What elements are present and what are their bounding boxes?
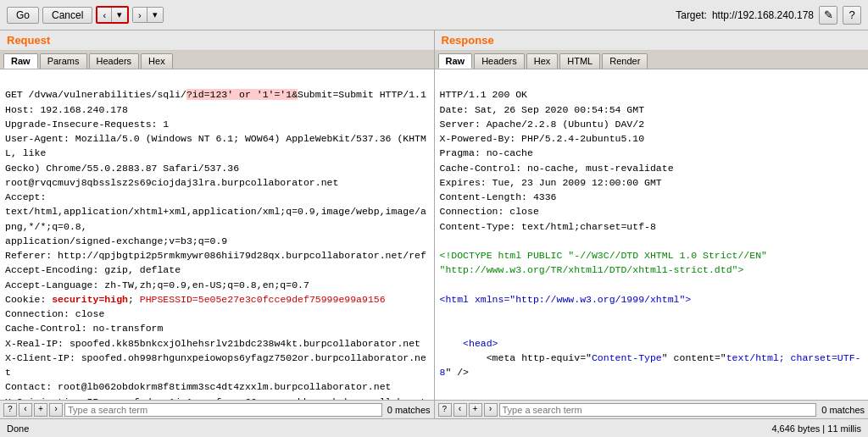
- request-line-signed: application/signed-exchange;v=b3;q=0.9: [5, 235, 227, 246]
- right-match-count: 0 matches: [818, 405, 865, 415]
- response-pragma: Pragma: no-cache: [440, 147, 533, 158]
- status-size: 4,646 bytes | 11 millis: [771, 423, 861, 434]
- response-connection: Connection: close: [440, 206, 539, 217]
- response-expires: Expires: Tue, 23 Jun 2009 12:00:00 GMT: [440, 177, 662, 188]
- toolbar: Go Cancel ‹ ▾ › ▾ Target: http://192.168…: [0, 0, 868, 30]
- response-status: HTTP/1.1 200 OK: [440, 89, 528, 100]
- left-back-button[interactable]: ‹: [19, 403, 32, 417]
- request-line-cache: Cache-Control: no-transform: [5, 323, 163, 334]
- tab-request-params[interactable]: Params: [40, 53, 87, 69]
- right-forward-button[interactable]: ›: [484, 403, 498, 417]
- cancel-button[interactable]: Cancel: [42, 7, 92, 24]
- request-line-gecko: Gecko) Chrome/55.0.2883.87 Safari/537.36: [5, 163, 239, 174]
- request-line-referer: Referer: http://qpjbgtpi2p5rmkmywr086hii…: [5, 250, 426, 261]
- left-forward-button[interactable]: ›: [49, 403, 63, 417]
- request-line-language: Accept-Language: zh-TW,zh;q=0.9,en-US;q=…: [5, 279, 309, 290]
- edit-target-button[interactable]: ✎: [819, 6, 837, 25]
- help-button[interactable]: ?: [843, 6, 861, 25]
- tab-response-headers[interactable]: Headers: [474, 53, 525, 69]
- tab-request-headers[interactable]: Headers: [89, 53, 140, 69]
- right-help-button[interactable]: ?: [438, 403, 452, 417]
- response-tabs: Raw Headers Hex HTML Render: [435, 51, 869, 69]
- request-line-contact: Contact: root@lb062obdokrm8f8timm3sc4dt4…: [5, 381, 391, 392]
- toolbar-left: Go Cancel ‹ ▾ › ▾: [7, 6, 164, 24]
- response-php: X-Powered-By: PHP/5.2.4-2ubuntu5.10: [440, 133, 645, 144]
- toolbar-right: Target: http://192.168.240.178 ✎ ?: [676, 6, 861, 25]
- right-back-button[interactable]: ‹: [453, 403, 467, 417]
- response-html-tag: <html xmlns="http://www.w3.org/1999/xhtm…: [440, 294, 692, 305]
- left-help-button[interactable]: ?: [3, 403, 17, 417]
- nav-back-dropdown[interactable]: ▾: [112, 8, 127, 22]
- response-content-length: Content-Length: 4336: [440, 191, 557, 202]
- request-panel: Request Raw Params Headers Hex GET /dvwa…: [0, 30, 435, 400]
- response-head-tag: <head>: [440, 338, 498, 349]
- response-panel-title: Response: [435, 30, 869, 51]
- request-line-encoding: Accept-Encoding: gzip, deflate: [5, 264, 181, 275]
- request-tabs: Raw Params Headers Hex: [0, 51, 434, 69]
- target-label: Target:: [676, 9, 707, 21]
- response-content-type: Content-Type: text/html;charset=utf-8: [440, 221, 656, 232]
- request-line-xreal: X-Real-IP: spoofed.kk85bnkcxjOlhehsrlv21…: [5, 338, 420, 349]
- tab-response-html[interactable]: HTML: [559, 53, 600, 69]
- request-line-ua: User-Agent: Mozilla/5.0 (Windows NT 6.1;…: [5, 133, 426, 158]
- response-panel: Response Raw Headers Hex HTML Render HTT…: [435, 30, 869, 400]
- target-url: http://192.168.240.178: [712, 9, 814, 21]
- request-body[interactable]: GET /dvwa/vulnerabilities/sqli/?id=123' …: [0, 69, 434, 400]
- tab-request-raw[interactable]: Raw: [3, 53, 38, 69]
- request-line-cookie: Cookie: security=high; PHPSESSID=5e05e27…: [5, 294, 386, 305]
- nav-forward-group: › ▾: [132, 7, 164, 23]
- nav-back-group: ‹ ▾: [96, 6, 129, 24]
- request-line-xclient: X-Client-IP: spoofed.oh998rhgunxpeiowops…: [5, 352, 426, 378]
- request-line-accept-types: text/html,application/xhtml+xml,applicat…: [5, 206, 426, 231]
- request-line-accept: Accept:: [5, 191, 46, 202]
- request-line-host: Host: 192.168.240.178: [5, 104, 128, 115]
- request-panel-title: Request: [0, 30, 434, 51]
- cookie-security: security=high: [52, 294, 128, 305]
- response-server: Server: Apache/2.2.8 (Ubuntu) DAV/2: [440, 119, 645, 130]
- right-search-section: ? ‹ + › 0 matches: [435, 401, 869, 418]
- main-content: Request Raw Params Headers Hex GET /dvwa…: [0, 30, 868, 400]
- status-bar: Done 4,646 bytes | 11 millis: [0, 418, 868, 437]
- nav-forward-button[interactable]: ›: [133, 8, 147, 22]
- request-line-xorig: X-Originating-IP: spoofed.yz1jq1zqcxfzws…: [5, 396, 426, 401]
- cookie-phpsessid: PHPSESSID=5e05e27e3c0fcce9def75999e99a91…: [140, 294, 386, 305]
- response-content-area: HTTP/1.1 200 OK Date: Sat, 26 Sep 2020 0…: [435, 69, 869, 400]
- request-line-root: root@rvqcmuvj8qbsslsz2s69ciojdaj3lra.bur…: [5, 177, 338, 188]
- response-body[interactable]: HTTP/1.1 200 OK Date: Sat, 26 Sep 2020 0…: [435, 69, 869, 400]
- request-line-sqli: GET /dvwa/vulnerabilities/sqli/?id=123' …: [5, 89, 426, 100]
- right-add-button[interactable]: +: [469, 403, 482, 417]
- request-content-area: GET /dvwa/vulnerabilities/sqli/?id=123' …: [0, 69, 434, 400]
- request-line-upgrade: Upgrade-Insecure-Requests: 1: [5, 119, 169, 130]
- bottom-bar: ? ‹ + › 0 matches ? ‹ + › 0 matches: [0, 400, 868, 418]
- response-doctype: <!DOCTYPE html PUBLIC "-//W3C//DTD XHTML…: [440, 250, 767, 261]
- tab-response-render[interactable]: Render: [602, 53, 648, 69]
- left-search-section: ? ‹ + › 0 matches: [0, 401, 435, 418]
- right-search-input[interactable]: [499, 403, 817, 417]
- request-line-connection: Connection: close: [5, 308, 104, 319]
- left-search-input[interactable]: [64, 403, 382, 417]
- response-meta: <meta http-equiv="Content-Type" content=…: [440, 352, 861, 378]
- left-match-count: 0 matches: [384, 405, 431, 415]
- response-date: Date: Sat, 26 Sep 2020 00:54:54 GMT: [440, 104, 645, 115]
- nav-back-button[interactable]: ‹: [97, 8, 112, 22]
- left-add-button[interactable]: +: [34, 403, 47, 417]
- tab-response-raw[interactable]: Raw: [438, 53, 473, 69]
- response-cache: Cache-Control: no-cache, must-revalidate: [440, 163, 674, 174]
- response-doctype-url: "http://www.w3.org/TR/xhtml1/DTD/xhtml1-…: [440, 264, 744, 275]
- tab-response-hex[interactable]: Hex: [526, 53, 559, 69]
- sqli-highlight: ?id=123' or '1'='1&: [186, 89, 298, 100]
- go-button[interactable]: Go: [7, 7, 39, 24]
- status-done: Done: [7, 423, 29, 434]
- nav-forward-dropdown[interactable]: ▾: [147, 8, 163, 22]
- tab-request-hex[interactable]: Hex: [141, 53, 173, 69]
